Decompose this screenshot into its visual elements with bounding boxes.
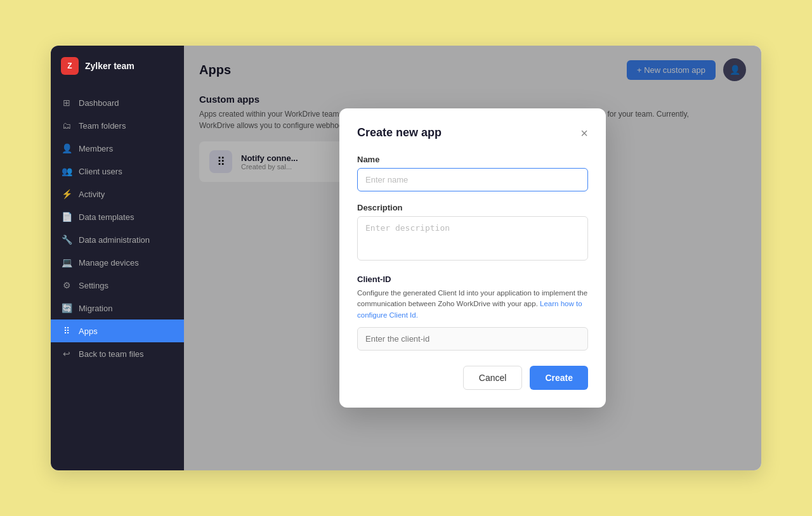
modal-footer: Cancel Create <box>357 366 588 390</box>
settings-icon: ⚙ <box>61 280 72 291</box>
sidebar-item-client-users[interactable]: 👥 Client users <box>51 160 184 183</box>
manage-devices-icon: 💻 <box>61 257 72 268</box>
sidebar-item-label-apps: Apps <box>79 326 98 336</box>
sidebar-nav: ⊞ Dashboard 🗂 Team folders 👤 Members 👥 C… <box>51 86 184 470</box>
sidebar-item-label-settings: Settings <box>79 281 108 290</box>
sidebar-item-label-client-users: Client users <box>79 167 122 176</box>
activity-icon: ⚡ <box>61 188 72 200</box>
sidebar-item-label-migration: Migration <box>79 304 112 313</box>
sidebar-item-migration[interactable]: 🔄 Migration <box>51 297 184 319</box>
dashboard-icon: ⊞ <box>61 97 72 108</box>
data-administration-icon: 🔧 <box>61 234 72 245</box>
sidebar-header: Z Zylker team <box>51 46 184 86</box>
client-id-input[interactable] <box>357 327 588 351</box>
description-input[interactable] <box>357 216 588 261</box>
sidebar-item-label-data-templates: Data templates <box>79 212 134 222</box>
app-logo: Z <box>61 57 79 75</box>
client-id-title: Client-ID <box>357 274 588 284</box>
modal-header: Create new app × <box>357 126 588 139</box>
description-label: Description <box>357 203 588 212</box>
modal-title: Create new app <box>357 126 442 139</box>
sidebar-item-members[interactable]: 👤 Members <box>51 137 184 160</box>
sidebar-item-label-activity: Activity <box>79 190 105 199</box>
sidebar-item-apps[interactable]: ⠿ Apps <box>51 319 184 342</box>
cancel-button[interactable]: Cancel <box>463 366 523 390</box>
sidebar-item-label-data-administration: Data administration <box>79 235 150 245</box>
client-id-description: Configure the generated Client Id into y… <box>357 288 588 321</box>
main-content: Apps + New custom app 👤 Custom apps Apps… <box>184 46 761 470</box>
sidebar-item-activity[interactable]: ⚡ Activity <box>51 183 184 205</box>
sidebar-item-manage-devices[interactable]: 💻 Manage devices <box>51 251 184 274</box>
name-label: Name <box>357 155 588 164</box>
sidebar-item-data-administration[interactable]: 🔧 Data administration <box>51 228 184 251</box>
sidebar-item-label-dashboard: Dashboard <box>79 98 119 108</box>
team-folders-icon: 🗂 <box>61 120 72 131</box>
members-icon: 👤 <box>61 143 72 154</box>
data-templates-icon: 📄 <box>61 211 72 223</box>
description-field-group: Description <box>357 203 588 263</box>
modal-overlay: Create new app × Name Description Client… <box>184 46 761 470</box>
apps-icon: ⠿ <box>61 325 72 337</box>
sidebar-item-dashboard[interactable]: ⊞ Dashboard <box>51 91 184 114</box>
sidebar-item-data-templates[interactable]: 📄 Data templates <box>51 205 184 228</box>
name-field-group: Name <box>357 155 588 191</box>
migration-icon: 🔄 <box>61 302 72 314</box>
sidebar-item-label-manage-devices: Manage devices <box>79 258 139 268</box>
modal-close-button[interactable]: × <box>580 127 588 139</box>
back-to-team-files-icon: ↩ <box>61 348 72 359</box>
client-id-section: Client-ID Configure the generated Client… <box>357 274 588 351</box>
sidebar-item-settings[interactable]: ⚙ Settings <box>51 274 184 297</box>
sidebar-item-label-back-to-team-files: Back to team files <box>79 349 144 359</box>
name-input[interactable] <box>357 168 588 191</box>
sidebar-item-back-to-team-files[interactable]: ↩ Back to team files <box>51 342 184 365</box>
create-app-modal: Create new app × Name Description Client… <box>339 108 606 408</box>
sidebar-item-label-team-folders: Team folders <box>79 121 126 131</box>
create-button[interactable]: Create <box>530 366 588 390</box>
sidebar-item-team-folders[interactable]: 🗂 Team folders <box>51 114 184 137</box>
team-name: Zylker team <box>85 61 134 71</box>
sidebar: Z Zylker team ⊞ Dashboard 🗂 Team folders… <box>51 46 184 470</box>
sidebar-item-label-members: Members <box>79 144 113 153</box>
client-users-icon: 👥 <box>61 165 72 177</box>
